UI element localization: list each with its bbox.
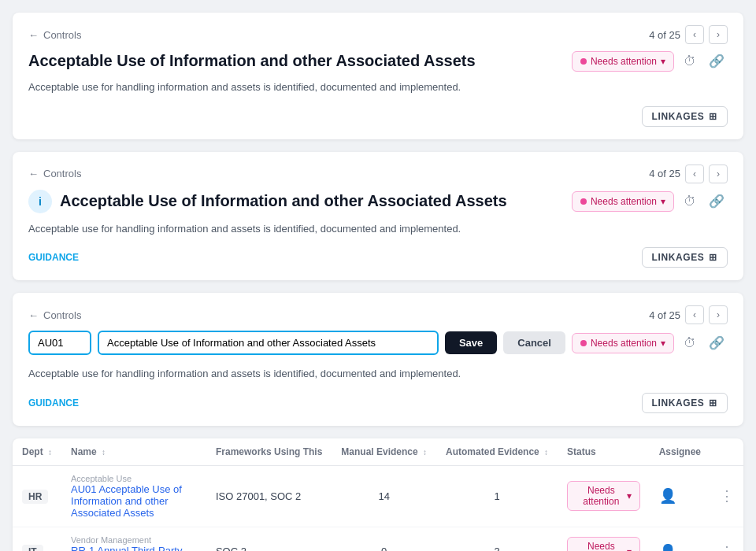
row2-manual: 0: [332, 527, 436, 551]
row2-assignee: 👤: [650, 527, 710, 551]
pagination-count-3: 4 of 25: [649, 309, 680, 321]
row1-assignee: 👤: [650, 465, 710, 527]
history-button-2[interactable]: ⏱: [680, 191, 699, 212]
link-button-1[interactable]: 🔗: [706, 50, 728, 72]
more-menu-icon-2[interactable]: ⋮: [720, 544, 734, 552]
assignee-icon-1[interactable]: 👤: [659, 488, 676, 504]
assignee-icon-2[interactable]: 👤: [659, 544, 676, 552]
linkages-label: LINKAGES: [652, 111, 705, 122]
prev-page-button-3[interactable]: ‹: [685, 305, 704, 324]
card2-title: Acceptable Use of Information and other …: [60, 192, 507, 210]
col-actions: [710, 438, 743, 466]
card1-header: ← Controls 4 of 25 ‹ ›: [28, 25, 728, 44]
table-header: Dept ↕ Name ↕ Frameworks Using This Manu…: [13, 438, 743, 466]
row1-auto: 1: [436, 465, 558, 527]
auto-sort-icon[interactable]: ↕: [544, 448, 548, 457]
row1-dept: HR: [13, 465, 61, 527]
row2-status: Needs attention ▾: [558, 527, 650, 551]
row2-status-button[interactable]: Needs attention ▾: [567, 537, 640, 552]
control-card-1: ← Controls 4 of 25 ‹ › Acceptable Use of…: [13, 13, 743, 139]
breadcrumb-label: Controls: [43, 29, 81, 41]
next-page-button-3[interactable]: ›: [709, 305, 728, 324]
row1-chevron-icon: ▾: [627, 490, 632, 501]
guidance-link-2[interactable]: GUIDANCE: [28, 252, 79, 263]
row2-name-link[interactable]: RR-1 Annual Third-Party Risk Assessments: [71, 545, 197, 552]
linkages-button-2[interactable]: LINKAGES ⊞: [642, 247, 728, 268]
row1-category: Acceptable Use: [71, 474, 197, 483]
pagination-count: 4 of 25: [649, 29, 680, 41]
card1-actions: Needs attention ▾ ⏱ 🔗: [572, 50, 728, 72]
dept-badge-it: IT: [22, 545, 43, 551]
card1-description: Acceptable use for handling information …: [28, 80, 728, 95]
prev-page-button-2[interactable]: ‹: [685, 165, 704, 183]
row2-more: ⋮: [710, 527, 743, 551]
next-page-button[interactable]: ›: [709, 25, 728, 44]
row2-frameworks: SOC 2: [206, 527, 332, 551]
back-arrow-icon[interactable]: ←: [28, 29, 39, 41]
history-button-3[interactable]: ⏱: [680, 333, 699, 353]
row1-status-button[interactable]: Needs attention ▾: [567, 481, 640, 511]
row1-frameworks: ISO 27001, SOC 2: [206, 465, 332, 527]
linkages-plus-icon-3: ⊞: [709, 398, 717, 409]
card2-title-row: i Acceptable Use of Information and othe…: [28, 190, 728, 213]
more-menu-icon-1[interactable]: ⋮: [720, 488, 734, 504]
needs-attention-button-1[interactable]: Needs attention ▾: [572, 51, 674, 72]
row1-name-link[interactable]: AU01 Acceptable Use of Information and o…: [71, 483, 197, 519]
history-button-1[interactable]: ⏱: [680, 51, 699, 72]
card2-actions: Needs attention ▾ ⏱ 🔗: [572, 190, 728, 212]
name-sort-icon[interactable]: ↕: [102, 448, 106, 457]
back-arrow-icon-2[interactable]: ←: [28, 168, 39, 179]
link-button-2[interactable]: 🔗: [706, 190, 728, 212]
col-automated-evidence: Automated Evidence ↕: [436, 438, 558, 466]
col-status: Status: [558, 438, 650, 466]
card1-title-row: Acceptable Use of Information and other …: [28, 50, 728, 72]
pagination-2: 4 of 25 ‹ ›: [649, 165, 728, 183]
row1-manual: 14: [332, 465, 436, 527]
chevron-down-icon-2: ▾: [661, 196, 665, 207]
pagination-1: 4 of 25 ‹ ›: [649, 25, 728, 44]
status-dot-3: [580, 340, 587, 346]
needs-attention-button-3[interactable]: Needs attention ▾: [572, 333, 674, 353]
row1-more: ⋮: [710, 465, 743, 527]
id-input[interactable]: [28, 331, 91, 355]
card2-header: ← Controls 4 of 25 ‹ ›: [28, 165, 728, 183]
guidance-link-3[interactable]: GUIDANCE: [28, 398, 79, 409]
controls-table: Dept ↕ Name ↕ Frameworks Using This Manu…: [13, 438, 743, 552]
next-page-button-2[interactable]: ›: [709, 165, 728, 183]
linkages-button-1[interactable]: LINKAGES ⊞: [642, 106, 728, 127]
manual-sort-icon[interactable]: ↕: [423, 448, 427, 457]
row2-name-cell: Vendor Management RR-1 Annual Third-Part…: [61, 527, 206, 551]
save-button[interactable]: Save: [445, 331, 497, 354]
status-label-2: Needs attention: [591, 196, 657, 207]
linkages-label-3: LINKAGES: [652, 398, 705, 409]
prev-page-button[interactable]: ‹: [685, 25, 704, 44]
back-arrow-icon-3[interactable]: ←: [28, 309, 39, 321]
linkages-button-3[interactable]: LINKAGES ⊞: [642, 393, 728, 413]
pagination-3: 4 of 25 ‹ ›: [649, 305, 728, 324]
breadcrumb-2: ← Controls: [28, 168, 81, 179]
row2-chevron-icon: ▾: [627, 546, 632, 552]
dept-sort-icon[interactable]: ↕: [48, 448, 52, 457]
col-manual-evidence: Manual Evidence ↕: [332, 438, 436, 466]
card2-description: Acceptable use for handling information …: [28, 221, 728, 237]
card1-title: Acceptable Use of Information and other …: [28, 52, 476, 70]
card1-bottom: LINKAGES ⊞: [28, 106, 728, 127]
row2-auto: 3: [436, 527, 558, 551]
col-assignee: Assignee: [650, 438, 710, 466]
control-card-3: ← Controls 4 of 25 ‹ › Save Cancel Needs…: [13, 293, 743, 426]
table: Dept ↕ Name ↕ Frameworks Using This Manu…: [13, 438, 743, 552]
status-dot: [580, 58, 587, 65]
col-dept: Dept ↕: [13, 438, 61, 466]
row1-status: Needs attention ▾: [558, 465, 650, 527]
info-icon-badge: i: [28, 190, 52, 213]
name-input[interactable]: [98, 331, 439, 355]
breadcrumb-1: ← Controls: [28, 29, 81, 41]
card2-bottom: GUIDANCE LINKAGES ⊞: [28, 247, 728, 268]
breadcrumb-3: ← Controls: [28, 309, 81, 321]
link-button-3[interactable]: 🔗: [706, 332, 728, 353]
card3-header: ← Controls 4 of 25 ‹ ›: [28, 305, 728, 324]
row1-status-label: Needs attention: [579, 485, 624, 507]
cancel-button[interactable]: Cancel: [503, 331, 565, 354]
breadcrumb-label-2: Controls: [43, 168, 81, 179]
needs-attention-button-2[interactable]: Needs attention ▾: [572, 191, 674, 212]
